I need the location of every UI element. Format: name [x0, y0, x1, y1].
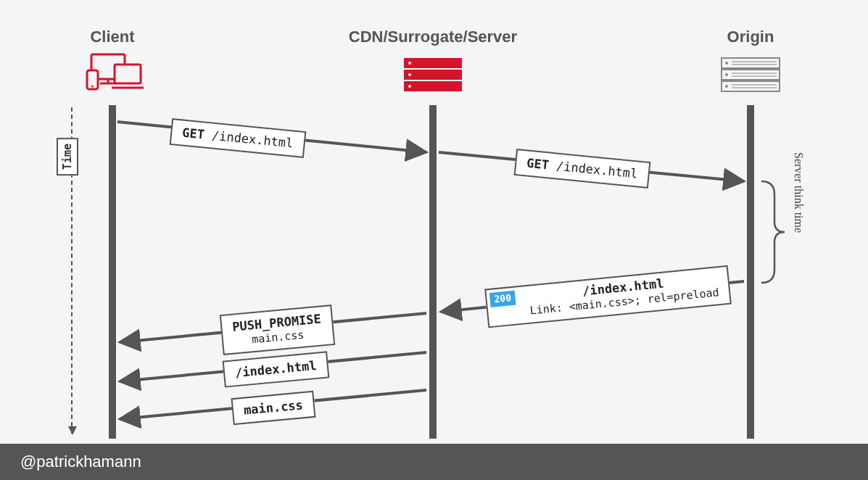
- svg-rect-13: [722, 58, 780, 68]
- header-client: Client: [90, 28, 134, 46]
- svg-rect-8: [404, 70, 462, 80]
- client-icon: [87, 54, 144, 89]
- svg-point-12: [408, 85, 411, 88]
- lifeline-cdn: [429, 105, 437, 439]
- svg-rect-7: [404, 58, 462, 68]
- status-badge: 200: [489, 291, 516, 308]
- header-origin: Origin: [727, 28, 774, 46]
- cdn-icon: [404, 58, 462, 91]
- lifeline-origin: [747, 105, 754, 439]
- footer-handle: @patrickhamann: [0, 444, 868, 480]
- svg-point-24: [725, 85, 728, 88]
- svg-rect-14: [722, 70, 780, 80]
- origin-icon: [722, 58, 780, 91]
- svg-rect-9: [404, 81, 462, 91]
- svg-point-11: [408, 73, 411, 76]
- svg-point-10: [408, 62, 411, 65]
- header-cdn: CDN/Surrogate/Server: [349, 28, 517, 46]
- think-time-label: Server think time: [792, 152, 805, 233]
- lifeline-client: [109, 105, 116, 439]
- svg-rect-15: [722, 81, 780, 91]
- svg-rect-3: [115, 65, 141, 83]
- svg-point-23: [725, 73, 728, 76]
- time-axis-label: Time: [57, 138, 78, 175]
- svg-point-6: [91, 86, 94, 88]
- think-time-brace: [761, 181, 785, 283]
- svg-point-22: [725, 62, 728, 65]
